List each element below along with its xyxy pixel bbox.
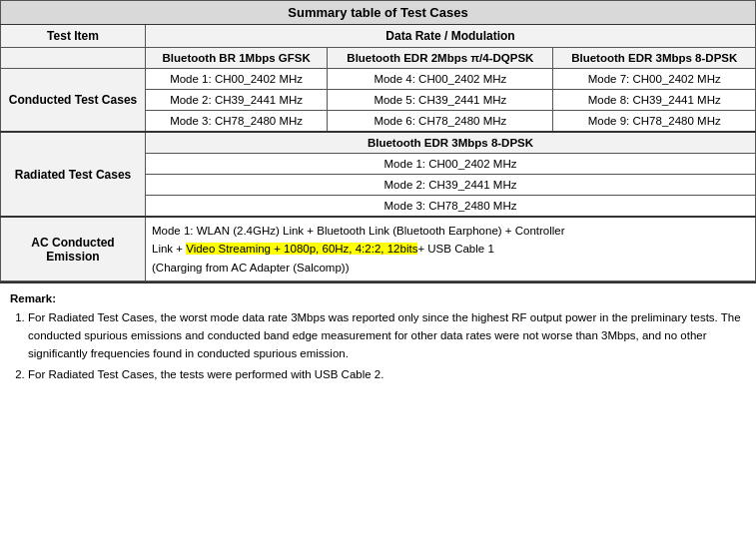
ac-content: Mode 1: WLAN (2.4GHz) Link + Bluetooth L… bbox=[146, 217, 756, 281]
conducted-c3-r1: Mode 7: CH00_2402 MHz bbox=[553, 69, 756, 90]
conducted-c1-r1: Mode 1: CH00_2402 MHz bbox=[146, 69, 328, 90]
remark-section: Remark: For Radiated Test Cases, the wor… bbox=[0, 281, 756, 391]
remark-title: Remark: bbox=[10, 292, 56, 304]
col-bt2: Bluetooth EDR 2Mbps π/4-DQPSK bbox=[328, 48, 553, 69]
col-test-item: Test Item bbox=[1, 25, 146, 48]
radiated-subheader: Bluetooth EDR 3Mbps 8-DPSK bbox=[146, 132, 756, 154]
ac-line3: (Charging from AC Adapter (Salcomp)) bbox=[152, 259, 749, 277]
remark-item-2: For Radiated Test Cases, the tests were … bbox=[28, 365, 746, 383]
subheader-empty bbox=[1, 48, 146, 69]
column-header-row: Test Item Data Rate / Modulation bbox=[1, 25, 756, 48]
conducted-c1-r2: Mode 2: CH39_2441 MHz bbox=[146, 90, 328, 111]
conducted-c3-r2: Mode 8: CH39_2441 MHz bbox=[553, 90, 756, 111]
ac-line2-highlight: Video Streaming + 1080p, 60Hz, 4:2:2, 12… bbox=[186, 243, 417, 255]
conducted-c2-r3: Mode 6: CH78_2480 MHz bbox=[328, 111, 553, 133]
summary-table: Summary table of Test Cases Test Item Da… bbox=[0, 0, 756, 281]
radiated-header-row: Radiated Test Cases Bluetooth EDR 3Mbps … bbox=[1, 132, 756, 154]
conducted-row-1: Conducted Test Cases Mode 1: CH00_2402 M… bbox=[1, 69, 756, 90]
ac-line2-pre: Link + bbox=[152, 243, 186, 255]
col-bt3: Bluetooth EDR 3Mbps 8-DPSK bbox=[553, 48, 756, 69]
radiated-label: Radiated Test Cases bbox=[1, 132, 146, 217]
radiated-mode-2: Mode 2: CH39_2441 MHz bbox=[146, 175, 756, 196]
conducted-c3-r3: Mode 9: CH78_2480 MHz bbox=[553, 111, 756, 133]
radiated-mode-1: Mode 1: CH00_2402 MHz bbox=[146, 154, 756, 175]
ac-line1: Mode 1: WLAN (2.4GHz) Link + Bluetooth L… bbox=[152, 222, 749, 240]
conducted-label: Conducted Test Cases bbox=[1, 69, 146, 133]
remark-item-1: For Radiated Test Cases, the worst mode … bbox=[28, 308, 746, 363]
remark-list: For Radiated Test Cases, the worst mode … bbox=[28, 308, 746, 384]
ac-line2: Link + Video Streaming + 1080p, 60Hz, 4:… bbox=[152, 240, 749, 258]
col-bt1: Bluetooth BR 1Mbps GFSK bbox=[146, 48, 328, 69]
table-title: Summary table of Test Cases bbox=[1, 1, 756, 25]
conducted-c2-r2: Mode 5: CH39_2441 MHz bbox=[328, 90, 553, 111]
conducted-c1-r3: Mode 3: CH78_2480 MHz bbox=[146, 111, 328, 133]
col-data-rate: Data Rate / Modulation bbox=[146, 25, 756, 48]
conducted-c2-r1: Mode 4: CH00_2402 MHz bbox=[328, 69, 553, 90]
ac-line2-post: + USB Cable 1 bbox=[417, 243, 493, 255]
ac-label: AC Conducted Emission bbox=[1, 217, 146, 281]
ac-row: AC Conducted Emission Mode 1: WLAN (2.4G… bbox=[1, 217, 756, 281]
subheader-row: Bluetooth BR 1Mbps GFSK Bluetooth EDR 2M… bbox=[1, 48, 756, 69]
title-row: Summary table of Test Cases bbox=[1, 1, 756, 25]
radiated-mode-3: Mode 3: CH78_2480 MHz bbox=[146, 196, 756, 218]
